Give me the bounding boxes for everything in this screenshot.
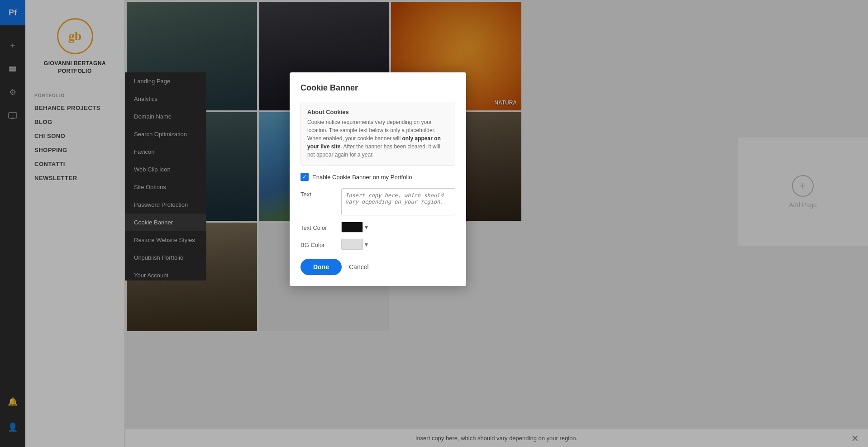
- cookie-banner-modal: Cookie Banner About Cookies Cookie notic…: [290, 72, 466, 286]
- text-field-label: Text: [300, 188, 337, 198]
- bg-color-field: ▾: [341, 239, 368, 250]
- cancel-button[interactable]: Cancel: [349, 263, 369, 271]
- enable-cookie-row: ✓ Enable Cookie Banner on my Portfolio: [300, 173, 455, 181]
- modal-actions: Done Cancel: [300, 259, 455, 275]
- done-button[interactable]: Done: [300, 259, 342, 275]
- text-color-dropdown-icon[interactable]: ▾: [365, 224, 368, 231]
- text-color-row: Text Color ▾: [300, 222, 455, 233]
- text-color-swatch[interactable]: [341, 222, 363, 233]
- about-cookies-title: About Cookies: [307, 109, 448, 115]
- about-cookies-text: Cookie notice requirements vary dependin…: [307, 118, 448, 159]
- modal-title: Cookie Banner: [300, 83, 455, 93]
- bg-color-dropdown-icon[interactable]: ▾: [365, 241, 368, 248]
- bg-color-swatch[interactable]: [341, 239, 363, 250]
- text-color-label: Text Color: [300, 222, 337, 231]
- bg-color-label: BG Color: [300, 239, 337, 248]
- text-field-row: Text: [300, 188, 455, 215]
- checkbox-label: Enable Cookie Banner on my Portfolio: [312, 174, 412, 181]
- cookie-text-area[interactable]: [341, 188, 455, 215]
- text-color-field: ▾: [341, 222, 368, 233]
- check-mark: ✓: [302, 174, 307, 180]
- bg-color-row: BG Color ▾: [300, 239, 455, 250]
- checkbox-icon[interactable]: ✓: [300, 173, 309, 181]
- about-cookies-box: About Cookies Cookie notice requirements…: [300, 102, 455, 166]
